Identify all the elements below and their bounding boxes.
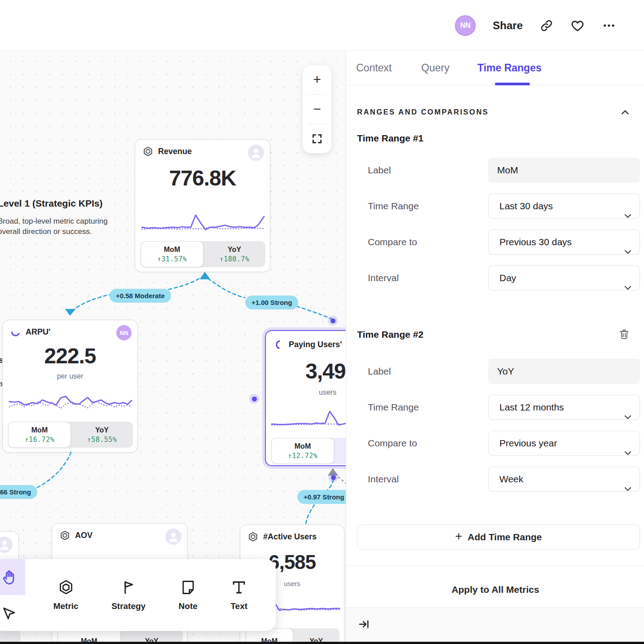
sparkline-chart [9, 391, 132, 417]
time-range-field-label: Time Range [368, 194, 419, 219]
interval-field-label: Interval [368, 467, 399, 492]
section-title: RANGES AND COMPARISONS [357, 108, 489, 116]
collapse-panel-icon[interactable] [358, 618, 370, 632]
spinner-arc-icon [10, 326, 21, 338]
flag-icon [120, 579, 137, 596]
tab-context[interactable]: Context [356, 51, 392, 85]
level-note-title[interactable]: Level 1 (Strategic KPIs) [0, 198, 102, 209]
avatar-placeholder [165, 529, 181, 545]
interval-select[interactable]: Week [488, 467, 640, 492]
chevron-down-icon [624, 203, 631, 227]
metric-hexagon-icon [57, 579, 75, 596]
correlation-badge[interactable]: +1.00 Strong [245, 296, 298, 309]
connection-handle[interactable] [328, 316, 338, 326]
comparison-toggle: MoM ↑31.57% YoY ↑180.7% [141, 241, 265, 267]
avatar-placeholder [248, 145, 264, 161]
metric-unit: per user [3, 372, 137, 380]
tab-time-ranges[interactable]: Time Ranges [477, 51, 542, 85]
active-tab-indicator [495, 83, 530, 85]
time-range-field-label: Time Range [368, 395, 419, 420]
label-input[interactable]: YoY [488, 359, 640, 384]
chevron-down-icon [624, 275, 631, 299]
correlation-badge[interactable]: +0.58 Moderate [110, 289, 171, 303]
metric-tool-button[interactable]: Metric [53, 579, 79, 611]
app-window: NN Share [0, 0, 644, 644]
settings-panel: Context Query Time Ranges RANGES AND COM… [346, 51, 644, 644]
toggle-yoy[interactable]: YoY ↑180.7% [203, 241, 265, 267]
text-tool-button[interactable]: Text [230, 579, 247, 611]
spinner-arc-icon [273, 339, 284, 350]
toggle-mom[interactable]: MoM ↑16.72% [8, 422, 71, 448]
strategy-tool-button[interactable]: Strategy [111, 579, 146, 611]
link-icon[interactable] [540, 19, 553, 32]
time-range-select[interactable]: Last 12 months [488, 395, 640, 420]
text-icon [230, 579, 247, 596]
sparkline-chart [142, 209, 264, 234]
zoom-out-button[interactable]: − [303, 95, 331, 124]
metric-unit: users [266, 388, 346, 397]
time-range-2-title: Time Range #2 [357, 329, 423, 340]
top-header: NN Share [0, 0, 644, 51]
fit-view-button[interactable] [303, 124, 331, 153]
toggle-yoy[interactable]: YoY ↑58.55% [71, 422, 133, 448]
canvas-toolbar: Metric Strategy Note Text [0, 559, 276, 631]
compare-to-field-label: Compare to [368, 431, 417, 456]
metric-card-revenue[interactable]: Revenue 776.8K MoM ↑31.57% YoY ↑180.7% [135, 139, 270, 272]
compare-to-select[interactable]: Previous year [488, 431, 640, 456]
metric-hexagon-icon [59, 530, 71, 541]
apply-to-all-metrics-button[interactable]: Apply to All Metrics [346, 584, 644, 595]
comparison-toggle: MoM ↑16.72% YoY ↑58.55% [8, 422, 133, 448]
share-button[interactable]: Share [493, 19, 523, 32]
chevron-down-icon [624, 405, 631, 428]
correlation-badge[interactable]: +0.97 Strong [297, 490, 346, 504]
panel-tabs: Context Query Time Ranges [346, 51, 644, 85]
comparison-toggle: MoM ↑12.72% [271, 438, 346, 464]
toggle-mom[interactable]: MoM ↑12.72% [271, 438, 334, 464]
metric-hexagon-icon [142, 146, 154, 157]
interval-field-label: Interval [368, 265, 399, 291]
metric-value: 3,49 [266, 359, 346, 384]
interval-select[interactable]: Day [488, 265, 640, 291]
more-options-icon[interactable] [602, 18, 616, 33]
hand-icon [1, 569, 17, 585]
select-tool-button[interactable] [0, 595, 25, 631]
bottom-edge-bar [0, 642, 644, 644]
compare-to-field-label: Compare to [368, 229, 417, 255]
zoom-controls: + − [303, 65, 331, 153]
zoom-in-button[interactable]: + [303, 65, 331, 94]
sparkline-chart [272, 406, 346, 432]
add-time-range-button[interactable]: + Add Time Range [357, 525, 640, 550]
favorite-heart-icon[interactable] [570, 18, 585, 33]
metric-hexagon-icon [247, 531, 259, 543]
toggle-mom[interactable]: MoM ↑31.57% [141, 241, 203, 267]
compare-to-select[interactable]: Previous 30 days [488, 229, 640, 255]
panel-footer [346, 607, 644, 644]
divider [346, 565, 644, 566]
metric-card-arpu[interactable]: ARPU' NN 222.5 per user MoM ↑16.72% YoY … [2, 320, 138, 453]
user-avatar[interactable]: NN [455, 15, 476, 36]
metric-card-paying-users[interactable]: Paying Users' 3,49 users MoM ↑12.72% [265, 330, 346, 466]
tab-query[interactable]: Query [421, 51, 450, 85]
label-input[interactable]: MoM [488, 158, 640, 183]
correlation-badge[interactable]: 66 Strong [0, 485, 37, 499]
time-range-1-title: Time Range #1 [357, 133, 423, 144]
chevron-down-icon [624, 476, 631, 500]
connection-handle[interactable] [249, 394, 259, 404]
level-note-body: Broad, top-level metric capturing overal… [0, 216, 108, 237]
label-field-label: Label [368, 359, 391, 384]
cursor-icon [1, 605, 17, 621]
note-tool-button[interactable]: Note [179, 579, 198, 611]
metric-tree-canvas[interactable]: Level 1 (Strategic KPIs) Broad, top-leve… [0, 51, 346, 644]
hand-tool-button[interactable] [0, 559, 25, 595]
delete-time-range-icon[interactable] [618, 328, 631, 342]
collapse-section-icon[interactable] [619, 106, 631, 120]
avatar-placeholder [0, 537, 13, 553]
connection-handle[interactable] [328, 472, 338, 482]
toggle-yoy[interactable] [334, 438, 346, 464]
metric-value: 776.8K [135, 166, 270, 190]
metric-value: 222.5 [3, 344, 137, 368]
plus-icon: + [455, 529, 462, 543]
label-field-label: Label [368, 158, 391, 183]
time-range-select[interactable]: Last 30 days [488, 194, 640, 219]
avatar-nn: NN [116, 325, 132, 340]
